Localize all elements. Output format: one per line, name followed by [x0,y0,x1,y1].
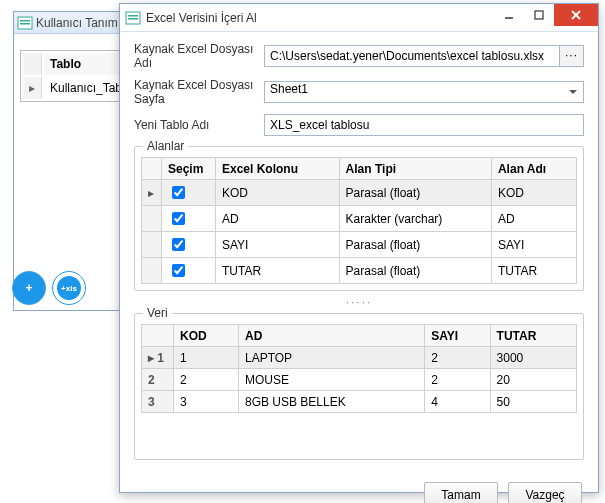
kod-cell[interactable]: 2 [174,369,239,391]
bg-window-title-text: Kullanıcı Tanım [36,16,118,30]
tutar-cell[interactable]: 50 [490,391,576,413]
import-dialog: Excel Verisini İçeri Al Kaynak Excel Dos… [119,3,599,493]
excel-kolonu-cell[interactable]: AD [216,206,340,232]
tutar-cell[interactable]: 20 [490,369,576,391]
bg-window-title: Kullanıcı Tanım [14,12,135,34]
excel-kolonu-cell[interactable]: TUTAR [216,258,340,284]
svg-line-8 [572,11,580,19]
bg-toolbar: + +xls [12,271,86,305]
src-sheet-select[interactable]: Sheet1 [264,81,584,103]
dialog-titlebar: Excel Verisini İçeri Al [120,4,598,32]
fields-row[interactable]: SAYIParasal (float)SAYI [142,232,577,258]
cancel-button[interactable]: Vazgeç [508,482,582,503]
data-row[interactable]: 22MOUSE220 [142,369,577,391]
kod-cell[interactable]: 1 [174,347,239,369]
svg-line-9 [572,11,580,19]
svg-rect-7 [535,11,543,19]
bg-window: Kullanıcı Tanım Tablo ▸Kullanıcı_Tablos [13,11,136,311]
browse-button[interactable]: ··· [560,45,584,67]
secim-cell[interactable] [162,180,216,206]
col-sayi[interactable]: SAYI [425,325,490,347]
svg-rect-5 [128,18,138,20]
app-icon [17,15,33,31]
svg-rect-1 [20,20,30,22]
svg-rect-2 [20,23,30,25]
data-group: Veri KOD AD SAYI TUTAR ▸ 11LAPTOP2300022… [134,313,584,460]
secim-checkbox[interactable] [172,212,185,225]
svg-rect-4 [128,15,138,17]
src-file-input[interactable] [264,45,560,67]
col-alan-tipi[interactable]: Alan Tipi [339,158,491,180]
row-header: ▸ 1 [142,347,174,369]
col-alan-adi[interactable]: Alan Adı [491,158,576,180]
sayi-cell[interactable]: 4 [425,391,490,413]
sayi-cell[interactable]: 2 [425,369,490,391]
alan-adi-cell[interactable]: KOD [491,180,576,206]
ok-button[interactable]: Tamam [424,482,498,503]
kod-cell[interactable]: 3 [174,391,239,413]
secim-cell[interactable] [162,206,216,232]
dialog-title: Excel Verisini İçeri Al [146,11,257,25]
fields-row[interactable]: ADKarakter (varchar)AD [142,206,577,232]
close-button[interactable] [554,4,598,26]
row-indicator [142,206,162,232]
col-secim[interactable]: Seçim [162,158,216,180]
import-xls-button[interactable]: +xls [52,271,86,305]
ad-cell[interactable]: LAPTOP [238,347,424,369]
alan-tipi-cell[interactable]: Parasal (float) [339,180,491,206]
src-file-label: Kaynak Excel Dosyası Adı [134,42,264,70]
secim-cell[interactable] [162,232,216,258]
secim-checkbox[interactable] [172,186,185,199]
row-indicator [142,232,162,258]
data-grid: KOD AD SAYI TUTAR ▸ 11LAPTOP2300022MOUSE… [141,324,577,413]
col-ad[interactable]: AD [238,325,424,347]
alan-tipi-cell[interactable]: Parasal (float) [339,232,491,258]
secim-checkbox[interactable] [172,264,185,277]
tutar-cell[interactable]: 3000 [490,347,576,369]
dialog-icon [125,10,141,26]
minimize-button[interactable] [494,4,524,26]
fields-grid: Seçim Excel Kolonu Alan Tipi Alan Adı ▸K… [141,157,577,284]
data-row[interactable]: ▸ 11LAPTOP23000 [142,347,577,369]
fields-group: Alanlar Seçim Excel Kolonu Alan Tipi Ala… [134,146,584,291]
ad-cell[interactable]: 8GB USB BELLEK [238,391,424,413]
maximize-button[interactable] [524,4,554,26]
alan-adi-cell[interactable]: AD [491,206,576,232]
separator-dots[interactable]: ····· [134,295,584,309]
alan-tipi-cell[interactable]: Karakter (varchar) [339,206,491,232]
row-header: 3 [142,391,174,413]
fields-row[interactable]: ▸KODParasal (float)KOD [142,180,577,206]
alan-adi-cell[interactable]: TUTAR [491,258,576,284]
row-indicator: ▸ [142,180,162,206]
secim-checkbox[interactable] [172,238,185,251]
sayi-cell[interactable]: 2 [425,347,490,369]
col-excel-kolonu[interactable]: Excel Kolonu [216,158,340,180]
ad-cell[interactable]: MOUSE [238,369,424,391]
secim-cell[interactable] [162,258,216,284]
new-table-label: Yeni Tablo Adı [134,118,264,132]
new-table-input[interactable] [264,114,584,136]
col-kod[interactable]: KOD [174,325,239,347]
alan-adi-cell[interactable]: SAYI [491,232,576,258]
fields-row[interactable]: TUTARParasal (float)TUTAR [142,258,577,284]
data-group-title: Veri [143,306,172,320]
excel-kolonu-cell[interactable]: SAYI [216,232,340,258]
row-header: 2 [142,369,174,391]
alan-tipi-cell[interactable]: Parasal (float) [339,258,491,284]
col-tutar[interactable]: TUTAR [490,325,576,347]
add-button[interactable]: + [12,271,46,305]
row-indicator: ▸ [23,77,42,99]
src-sheet-label: Kaynak Excel Dosyası Sayfa [134,78,264,106]
excel-kolonu-cell[interactable]: KOD [216,180,340,206]
row-indicator [142,258,162,284]
data-row[interactable]: 338GB USB BELLEK450 [142,391,577,413]
fields-group-title: Alanlar [143,139,188,153]
